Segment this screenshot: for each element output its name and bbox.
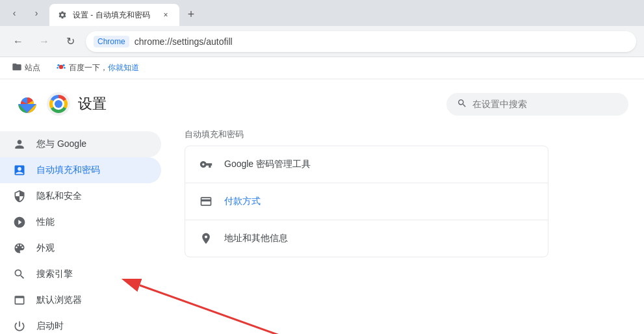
sidebar-item-appearance[interactable]: 外观 (0, 235, 161, 261)
sidebar-privacy-label: 隐私和安全 (36, 190, 82, 202)
settings-header: 设置 (0, 79, 644, 126)
new-tab-button[interactable]: + (182, 5, 200, 23)
folder-icon (12, 62, 22, 74)
address-bar: ← → ↻ Chrome chrome://settings/autofill (0, 26, 644, 57)
settings-page: 设置 (0, 79, 644, 334)
settings-page-title: 设置 (78, 94, 107, 114)
url-bar[interactable]: Chrome chrome://settings/autofill (86, 31, 636, 52)
sidebar-startup-label: 启动时 (36, 320, 64, 332)
reload-button[interactable]: ↻ (60, 31, 81, 52)
sidebar: 您与 Google 自动填充和密码 隐私和安全 (0, 126, 169, 334)
key-icon (198, 157, 214, 172)
bookmark-sites[interactable]: 站点 (8, 59, 44, 77)
main-content: 设置 (0, 79, 644, 334)
sidebar-item-privacy[interactable]: 隐私和安全 (0, 183, 161, 209)
addresses-label: 地址和其他信息 (224, 233, 288, 244)
tab-close-button[interactable]: × (160, 9, 172, 21)
chrome-badge: Chrome (94, 36, 129, 47)
palette-icon (13, 242, 26, 255)
back-button[interactable]: ← (8, 31, 29, 52)
search-icon (457, 98, 467, 110)
svg-point-0 (59, 65, 64, 70)
sidebar-item-browser[interactable]: 默认浏览器 (0, 287, 161, 313)
autofill-item-payment[interactable]: 付款方式 (185, 183, 548, 220)
right-panel: 自动填充和密码 Google 密码管理工具 (169, 126, 644, 334)
tab-favicon (57, 10, 68, 20)
autofill-nav-icon (13, 164, 26, 177)
svg-point-10 (55, 100, 62, 108)
location-icon (198, 231, 214, 246)
payment-label: 付款方式 (224, 196, 261, 207)
sidebar-browser-label: 默认浏览器 (36, 294, 82, 306)
sidebar-item-autofill[interactable]: 自动填充和密码 (0, 157, 161, 183)
svg-point-2 (62, 64, 64, 66)
person-icon (13, 138, 26, 151)
forward-button[interactable]: → (34, 31, 55, 52)
settings-body: 您与 Google 自动填充和密码 隐私和安全 (0, 126, 644, 334)
sidebar-item-search[interactable]: 搜索引擎 (0, 261, 161, 287)
sidebar-item-google[interactable]: 您与 Google (0, 131, 161, 157)
passwords-label: Google 密码管理工具 (224, 159, 311, 170)
tab-nav-right[interactable]: › (27, 4, 45, 22)
sidebar-item-performance[interactable]: 性能 (0, 209, 161, 235)
svg-point-4 (64, 67, 66, 69)
chrome-logo-icon (16, 92, 39, 116)
bookmark-sites-label: 站点 (25, 62, 40, 73)
sidebar-search-label: 搜索引擎 (36, 268, 73, 280)
sidebar-appearance-label: 外观 (36, 242, 55, 254)
autofill-item-passwords[interactable]: Google 密码管理工具 (185, 146, 548, 183)
autofill-item-addresses[interactable]: 地址和其他信息 (185, 220, 548, 257)
tab-title: 设置 - 自动填充和密码 (73, 10, 155, 21)
autofill-section-title: 自动填充和密码 (185, 126, 628, 140)
tab-controls: ‹ › (5, 4, 49, 26)
url-text: chrome://settings/autofill (135, 36, 233, 47)
bookmark-baidu[interactable]: 百度一下，你就知道 (52, 59, 143, 77)
browser-frame: ‹ › 设置 - 自动填充和密码 × + ← → ↻ Chrome chrome… (0, 0, 644, 334)
shield-icon (13, 190, 26, 203)
performance-icon (13, 216, 26, 229)
tab-bar: ‹ › 设置 - 自动填充和密码 × + (0, 0, 644, 26)
active-tab: 设置 - 自动填充和密码 × (49, 4, 179, 26)
settings-title-area: 设置 (16, 92, 107, 116)
credit-card-icon (198, 194, 214, 209)
power-icon (13, 320, 26, 333)
autofill-card: Google 密码管理工具 付款方式 (185, 146, 548, 257)
svg-point-1 (57, 64, 59, 66)
tab-nav-left[interactable]: ‹ (5, 4, 23, 22)
sidebar-google-label: 您与 Google (36, 138, 86, 150)
baidu-icon (56, 62, 66, 74)
settings-content-wrapper: 您与 Google 自动填充和密码 隐私和安全 (0, 126, 644, 334)
settings-search-box[interactable] (446, 93, 628, 116)
search-nav-icon (13, 268, 26, 281)
chrome-settings-logo (47, 92, 70, 116)
svg-point-3 (57, 67, 58, 69)
sidebar-item-startup[interactable]: 启动时 (0, 313, 161, 334)
sidebar-performance-label: 性能 (36, 216, 55, 228)
browser-icon (13, 294, 26, 307)
bookmark-baidu-label: 百度一下，你就知道 (69, 62, 139, 73)
sidebar-autofill-label: 自动填充和密码 (36, 164, 100, 176)
bookmarks-bar: 站点 百度一下，你就知道 (0, 57, 644, 79)
settings-search-input[interactable] (472, 99, 615, 109)
